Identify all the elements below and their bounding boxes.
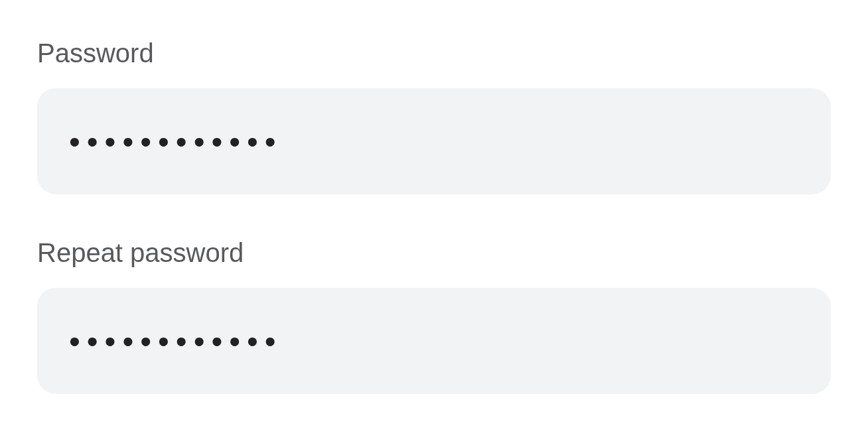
repeat-password-input[interactable] (69, 323, 799, 359)
repeat-password-field-group: Repeat password (37, 238, 831, 394)
repeat-password-label: Repeat password (37, 238, 831, 268)
repeat-password-input-wrapper (37, 288, 831, 394)
password-input[interactable] (69, 123, 799, 160)
password-input-wrapper (37, 88, 831, 194)
password-label: Password (37, 38, 831, 68)
password-field-group: Password (37, 38, 831, 194)
